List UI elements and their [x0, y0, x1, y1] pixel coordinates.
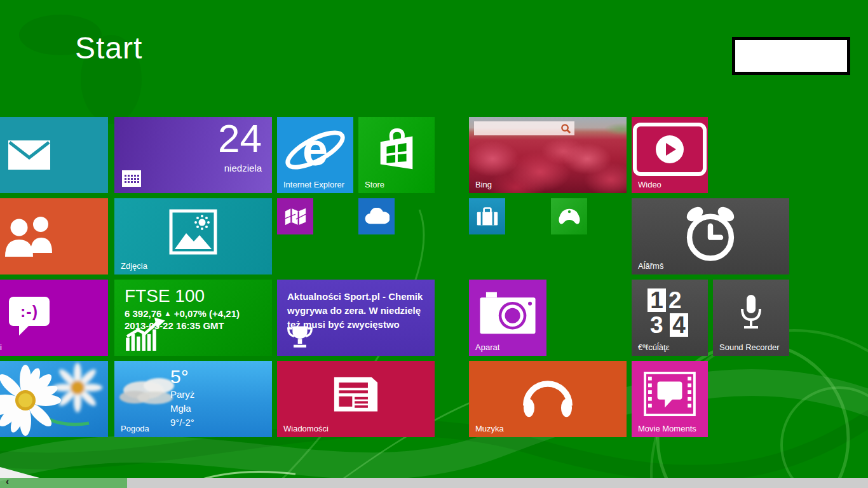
weather-label: Pogoda — [121, 424, 149, 433]
stock-chart-icon — [125, 315, 166, 351]
scrollbar-thumb[interactable] — [127, 478, 868, 488]
alarms-label: Aĺāřmŝ — [638, 261, 663, 271]
start-screen: Start :-) i — [0, 0, 868, 488]
tile-movie-moments[interactable]: Movie Moments — [632, 361, 708, 437]
weather-city: Paryż — [170, 388, 194, 402]
daisy-photo — [0, 361, 108, 437]
trophy-icon — [287, 324, 313, 351]
sound-recorder-label: Sound Recorder — [719, 342, 780, 352]
camera-label: Aparat — [475, 342, 499, 352]
internet-explorer-label: Internet Explorer — [283, 180, 344, 189]
weather-condition: Mgła — [170, 402, 194, 416]
search-icon — [560, 123, 571, 134]
video-player-icon — [633, 123, 707, 187]
music-label: Muzyka — [475, 424, 504, 433]
message-bubble-icon: :-) — [9, 297, 50, 326]
user-account-redacted[interactable] — [732, 37, 850, 75]
tile-travel[interactable] — [469, 198, 505, 234]
tile-video[interactable]: Wideo — [632, 117, 708, 193]
tile-people[interactable] — [0, 198, 108, 274]
film-strip-icon — [644, 372, 696, 416]
envelope-icon — [8, 140, 50, 170]
news-label: Wiadomości — [283, 424, 329, 433]
movie-moments-label: Movie Moments — [638, 424, 696, 433]
camera-icon — [478, 290, 537, 336]
messaging-label-fragment: i — [0, 342, 2, 352]
photos-label: Zdjęcia — [121, 261, 147, 271]
suitcase-icon — [476, 207, 499, 227]
tile-finance[interactable]: FTSE 100 6 392,76 ▲ +0,07% (+4,21) 2013-… — [114, 280, 272, 356]
tile-maps[interactable] — [277, 198, 313, 234]
store-bag-icon — [373, 126, 420, 174]
tile-calendar[interactable]: 24 niedziela — [114, 117, 272, 193]
tile-mail[interactable] — [0, 117, 108, 193]
weather-temperature: 5° — [170, 366, 194, 388]
tile-calculator[interactable]: 1 2 3 4 €ªℓcúĺàţε — [632, 280, 708, 356]
finance-index-name: FTSE 100 — [125, 286, 267, 306]
store-label: Store — [365, 180, 384, 189]
tile-bing[interactable]: Bing — [469, 117, 627, 193]
bing-label: Bing — [475, 180, 492, 189]
svg-text:e: e — [302, 124, 328, 175]
calculator-digits-icon: 1 2 3 4 — [648, 288, 692, 337]
finance-change: +0,07% (+4,21) — [174, 308, 240, 319]
tile-photos[interactable]: Zdjęcia — [114, 198, 272, 274]
weather-high-low: 9°/-2° — [170, 416, 194, 430]
tile-xbox-games[interactable] — [551, 198, 587, 234]
alarm-clock-icon — [681, 204, 740, 264]
scroll-left-arrow[interactable]: ‹ — [6, 476, 9, 487]
smiley-emoticon: :-) — [20, 302, 38, 321]
tile-weather[interactable]: 5° Paryż Mgła 9°/-2° Pogoda — [114, 361, 272, 437]
calendar-day: 24 — [218, 117, 262, 161]
page-title: Start — [75, 30, 142, 65]
tile-sound-recorder[interactable]: Sound Recorder — [713, 280, 789, 356]
video-label: Wideo — [638, 180, 661, 189]
map-icon — [283, 206, 308, 227]
cloud-icon — [364, 208, 390, 225]
photo-frame-icon — [169, 209, 217, 255]
calculator-label: €ªℓcúĺàţε — [638, 342, 670, 352]
newspaper-icon — [333, 375, 379, 413]
tile-internet-explorer[interactable]: e Internet Explorer — [277, 117, 353, 193]
microphone-icon — [737, 294, 765, 333]
game-controller-icon — [555, 207, 583, 226]
headphones-icon — [517, 370, 578, 420]
calendar-icon — [122, 170, 141, 187]
calendar-weekday: niedziela — [224, 163, 262, 173]
tile-store[interactable]: Store — [358, 117, 435, 193]
horizontal-scrollbar[interactable]: ‹ — [0, 478, 868, 488]
people-icon — [0, 216, 58, 257]
tile-desktop-daisy-photo[interactable] — [0, 361, 108, 437]
tile-music[interactable]: Muzyka — [469, 361, 627, 437]
tile-messaging[interactable]: :-) i — [0, 280, 108, 356]
internet-explorer-icon: e — [280, 121, 350, 179]
bing-search-box[interactable] — [474, 121, 574, 135]
tile-camera[interactable]: Aparat — [469, 280, 546, 356]
tile-skydrive[interactable] — [358, 198, 395, 234]
tile-sport-news[interactable]: Aktualności Sport.pl - Chemik wygrywa do… — [277, 280, 435, 356]
tile-news[interactable]: Wiadomości — [277, 361, 435, 437]
tile-alarms[interactable]: Aĺāřmŝ — [632, 198, 789, 274]
